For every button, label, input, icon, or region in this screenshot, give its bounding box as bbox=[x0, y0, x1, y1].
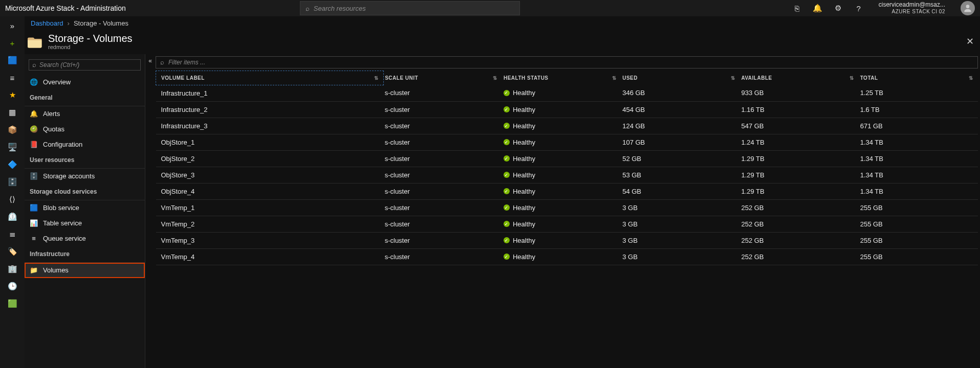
cell-health: ✓Healthy bbox=[503, 232, 621, 248]
cell-available: 252 GB bbox=[740, 248, 859, 265]
rail-icon-14[interactable]: 🏢 bbox=[6, 263, 18, 275]
help-icon[interactable]: ? bbox=[854, 4, 863, 13]
rail-icon-13[interactable]: 🏷️ bbox=[6, 245, 18, 258]
nav-item-label: Table service bbox=[43, 219, 82, 227]
rail-icon-0[interactable]: » bbox=[6, 19, 18, 32]
rail-icon-15[interactable]: 🕒 bbox=[6, 280, 18, 292]
cell-available: 252 GB bbox=[740, 199, 859, 216]
table-row[interactable]: ObjStore_1s-cluster✓Healthy107 GB1.24 TB… bbox=[156, 134, 978, 150]
nav-item-icon: ≡ bbox=[30, 235, 38, 243]
volumes-table: VOLUME LABEL⇅SCALE UNIT⇅HEALTH STATUS⇅US… bbox=[156, 71, 978, 265]
nav-item-volumes[interactable]: 📁Volumes bbox=[25, 263, 145, 278]
icon-rail: »+🟦≡★▦📦🖥️🔷🗄️⟨⟩⏲️≣🏷️🏢🕒🟩 bbox=[0, 16, 25, 368]
healthy-icon: ✓ bbox=[504, 204, 510, 211]
col-used[interactable]: USED⇅ bbox=[621, 71, 740, 85]
search-icon: ⌕ bbox=[160, 58, 164, 66]
table-row[interactable]: Infrastructure_1s-cluster✓Healthy346 GB9… bbox=[156, 85, 978, 101]
avatar[interactable] bbox=[961, 1, 975, 15]
rail-icon-1[interactable]: + bbox=[6, 37, 18, 49]
breadcrumb-root[interactable]: Dashboard bbox=[31, 19, 63, 27]
cell-used: 52 GB bbox=[621, 150, 740, 167]
cell-health: ✓Healthy bbox=[503, 85, 621, 101]
table-row[interactable]: ObjStore_3s-cluster✓Healthy53 GB1.29 TB1… bbox=[156, 167, 978, 183]
cell-health: ✓Healthy bbox=[503, 150, 621, 167]
nav-group-header: Infrastructure bbox=[25, 246, 145, 263]
nav-item-storage-accounts[interactable]: 🗄️Storage accounts bbox=[25, 169, 145, 184]
col-volume-label[interactable]: VOLUME LABEL⇅ bbox=[156, 71, 384, 85]
settings-icon[interactable]: ⚙ bbox=[834, 4, 843, 13]
cell-used: 53 GB bbox=[621, 167, 740, 183]
table-row[interactable]: ObjStore_4s-cluster✓Healthy54 GB1.29 TB1… bbox=[156, 183, 978, 199]
healthy-icon: ✓ bbox=[504, 237, 510, 243]
notifications-icon[interactable]: 🔔 bbox=[813, 4, 822, 13]
cell-available: 252 GB bbox=[740, 216, 859, 232]
table-row[interactable]: VmTemp_1s-cluster✓Healthy3 GB252 GB255 G… bbox=[156, 199, 978, 216]
blade-subtitle: redmond bbox=[48, 44, 133, 50]
nav-item-icon: 📁 bbox=[30, 266, 38, 274]
cell-total: 1.34 TB bbox=[859, 150, 978, 167]
globe-icon: 🌐 bbox=[30, 78, 38, 86]
filter-input[interactable]: ⌕ Filter items ... bbox=[156, 56, 978, 68]
rail-icon-5[interactable]: ▦ bbox=[6, 106, 18, 119]
col-scale-unit[interactable]: SCALE UNIT⇅ bbox=[384, 71, 503, 85]
col-total[interactable]: TOTAL⇅ bbox=[859, 71, 978, 85]
feedback-icon[interactable]: ⎘ bbox=[793, 4, 802, 13]
cell-used: 54 GB bbox=[621, 183, 740, 199]
healthy-icon: ✓ bbox=[504, 221, 510, 227]
rail-icon-7[interactable]: 🖥️ bbox=[6, 141, 18, 153]
cell-scale-unit: s-cluster bbox=[384, 248, 503, 265]
rail-icon-9[interactable]: 🗄️ bbox=[6, 176, 18, 188]
nav-overview[interactable]: 🌐 Overview bbox=[25, 75, 145, 90]
cell-volume-label: VmTemp_4 bbox=[156, 248, 384, 265]
nav-item-quotas[interactable]: 🥝Quotas bbox=[25, 122, 145, 137]
close-icon[interactable]: ✕ bbox=[966, 36, 974, 47]
sort-icon: ⇅ bbox=[612, 75, 617, 81]
table-row[interactable]: VmTemp_4s-cluster✓Healthy3 GB252 GB255 G… bbox=[156, 248, 978, 265]
rail-icon-4[interactable]: ★ bbox=[6, 89, 18, 101]
nav-item-label: Alerts bbox=[43, 110, 60, 118]
breadcrumb: Dashboard › Storage - Volumes bbox=[25, 16, 980, 31]
rail-icon-16[interactable]: 🟩 bbox=[6, 297, 18, 310]
cell-volume-label: ObjStore_1 bbox=[156, 134, 384, 150]
cell-available: 1.24 TB bbox=[740, 134, 859, 150]
nav-item-icon: 📕 bbox=[30, 141, 38, 149]
nav-search[interactable]: ⌕ Search (Ctrl+/) bbox=[29, 59, 141, 71]
folder-icon bbox=[28, 34, 43, 49]
nav-item-icon: 📊 bbox=[30, 219, 38, 227]
collapse-nav-icon[interactable]: « bbox=[148, 57, 152, 64]
nav-item-icon: 🥝 bbox=[30, 125, 38, 133]
cell-available: 1.29 TB bbox=[740, 150, 859, 167]
rail-icon-6[interactable]: 📦 bbox=[6, 124, 18, 136]
cell-total: 671 GB bbox=[859, 118, 978, 134]
account-info[interactable]: ciserviceadmin@msaz... AZURE STACK CI 02 bbox=[879, 1, 945, 15]
table-row[interactable]: VmTemp_3s-cluster✓Healthy3 GB252 GB255 G… bbox=[156, 232, 978, 248]
rail-icon-11[interactable]: ⏲️ bbox=[6, 211, 18, 223]
table-row[interactable]: Infrastructure_2s-cluster✓Healthy454 GB1… bbox=[156, 101, 978, 118]
healthy-icon: ✓ bbox=[504, 155, 510, 162]
table-row[interactable]: Infrastructure_3s-cluster✓Healthy124 GB5… bbox=[156, 118, 978, 134]
cell-total: 1.34 TB bbox=[859, 167, 978, 183]
cell-used: 3 GB bbox=[621, 199, 740, 216]
rail-icon-10[interactable]: ⟨⟩ bbox=[6, 193, 18, 205]
table-row[interactable]: ObjStore_2s-cluster✓Healthy52 GB1.29 TB1… bbox=[156, 150, 978, 167]
rail-icon-12[interactable]: ≣ bbox=[6, 228, 18, 240]
nav-item-blob-service[interactable]: 🟦Blob service bbox=[25, 200, 145, 216]
nav-item-alerts[interactable]: 🔔Alerts bbox=[25, 106, 145, 122]
search-icon: ⌕ bbox=[32, 61, 36, 68]
table-row[interactable]: VmTemp_2s-cluster✓Healthy3 GB252 GB255 G… bbox=[156, 216, 978, 232]
col-available[interactable]: AVAILABLE⇅ bbox=[740, 71, 859, 85]
rail-icon-8[interactable]: 🔷 bbox=[6, 158, 18, 171]
sort-icon: ⇅ bbox=[969, 75, 973, 81]
cell-used: 3 GB bbox=[621, 216, 740, 232]
global-search[interactable]: ⌕ Search resources bbox=[300, 1, 520, 15]
col-health-status[interactable]: HEALTH STATUS⇅ bbox=[503, 71, 621, 85]
nav-item-queue-service[interactable]: ≡Queue service bbox=[25, 231, 145, 246]
rail-icon-2[interactable]: 🟦 bbox=[6, 54, 18, 66]
nav-item-configuration[interactable]: 📕Configuration bbox=[25, 137, 145, 152]
topbar-right: ⎘ 🔔 ⚙ ? ciserviceadmin@msaz... AZURE STA… bbox=[793, 1, 975, 15]
nav-item-label: Queue service bbox=[43, 235, 86, 242]
cell-volume-label: Infrastructure_2 bbox=[156, 101, 384, 118]
rail-icon-3[interactable]: ≡ bbox=[6, 72, 18, 84]
cell-volume-label: Infrastructure_3 bbox=[156, 118, 384, 134]
nav-item-table-service[interactable]: 📊Table service bbox=[25, 216, 145, 231]
